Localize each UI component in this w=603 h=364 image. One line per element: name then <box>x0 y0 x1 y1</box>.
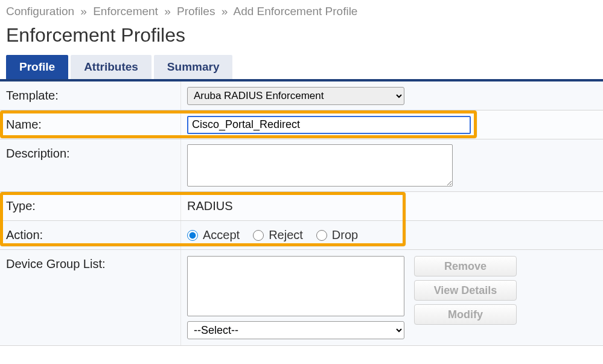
action-reject-radio[interactable] <box>253 230 264 241</box>
description-label: Description: <box>0 139 181 191</box>
device-group-select[interactable]: --Select-- <box>187 321 404 339</box>
breadcrumb-current: Add Enforcement Profile <box>234 5 358 18</box>
breadcrumb-sep: » <box>222 5 228 18</box>
device-group-list-box[interactable] <box>187 256 404 316</box>
device-group-list-label: Device Group List: <box>0 250 181 345</box>
tab-summary[interactable]: Summary <box>154 55 233 79</box>
action-accept-text: Accept <box>203 228 240 242</box>
action-accept-radio[interactable] <box>187 230 198 241</box>
action-drop-text: Drop <box>332 228 358 242</box>
page-title: Enforcement Profiles <box>0 21 603 55</box>
template-label: Template: <box>0 81 181 110</box>
description-textarea[interactable] <box>187 144 453 187</box>
breadcrumb-sep: » <box>164 5 171 18</box>
name-input[interactable] <box>187 116 471 134</box>
breadcrumb-enforcement[interactable]: Enforcement <box>93 5 158 18</box>
name-label: Name: <box>0 110 181 139</box>
template-select[interactable]: Aruba RADIUS Enforcement <box>187 87 404 105</box>
action-reject-label[interactable]: Reject <box>253 228 303 242</box>
action-reject-text: Reject <box>269 228 303 242</box>
form-area: Template: Aruba RADIUS Enforcement Name:… <box>0 81 603 346</box>
action-drop-label[interactable]: Drop <box>316 228 358 242</box>
breadcrumb-configuration[interactable]: Configuration <box>6 5 74 18</box>
type-value: RADIUS <box>187 199 233 213</box>
action-radio-group: Accept Reject Drop <box>187 226 358 244</box>
action-drop-radio[interactable] <box>316 230 327 241</box>
view-details-button[interactable]: View Details <box>414 280 517 301</box>
breadcrumb-sep: » <box>80 5 87 18</box>
remove-button[interactable]: Remove <box>414 256 517 276</box>
action-label: Action: <box>0 221 181 249</box>
tab-profile[interactable]: Profile <box>6 55 68 79</box>
type-label: Type: <box>0 192 181 220</box>
action-accept-label[interactable]: Accept <box>187 228 240 242</box>
breadcrumb: Configuration » Enforcement » Profiles »… <box>0 0 603 21</box>
modify-button[interactable]: Modify <box>414 304 517 325</box>
tab-attributes[interactable]: Attributes <box>71 55 152 79</box>
breadcrumb-profiles[interactable]: Profiles <box>177 5 215 18</box>
tabs-strip: Profile Attributes Summary <box>0 55 603 81</box>
